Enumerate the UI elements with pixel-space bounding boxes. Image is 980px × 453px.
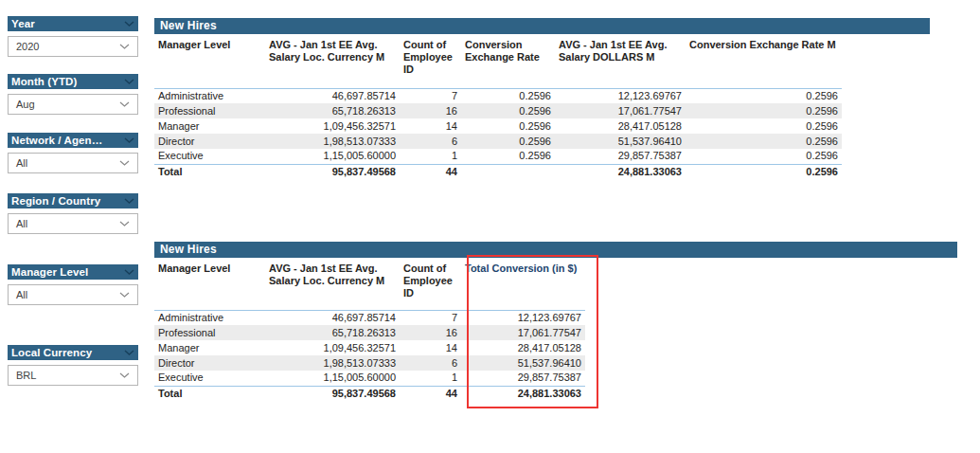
- table-cell: 12,123.69767: [555, 88, 686, 103]
- table-cell: 17,061.77547: [461, 325, 585, 340]
- table-cell: 0.2596: [686, 118, 842, 134]
- table-cell: 0.2596: [461, 118, 555, 134]
- column-header-count-employee-id[interactable]: Count of Employee ID: [400, 258, 461, 310]
- slicer-year-dropdown[interactable]: 2020: [8, 36, 138, 57]
- table-cell: Total: [154, 386, 265, 401]
- report-canvas: Year 2020 Month (YTD) Aug Network / Agen…: [0, 0, 980, 453]
- slicer-region-dropdown[interactable]: All: [8, 213, 138, 234]
- column-header-manager-level[interactable]: Manager Level: [154, 34, 265, 88]
- column-header-avg-salary-local[interactable]: AVG - Jan 1st EE Avg. Salary Loc. Curren…: [265, 258, 400, 310]
- slicer-manager-level: Manager Level All: [8, 264, 138, 280]
- table-cell: 95,837.49568: [265, 386, 400, 401]
- table-row: Administrative46,697.8571470.259612,123.…: [154, 88, 842, 103]
- column-header-total-conversion-highlighted[interactable]: Total Conversion (in $): [461, 258, 585, 310]
- column-header-conversion-exchange-rate[interactable]: Conversion Exchange Rate: [461, 34, 555, 88]
- chevron-down-icon: [119, 372, 130, 378]
- slicer-month-header[interactable]: Month (YTD): [8, 74, 138, 89]
- chevron-down-icon: [124, 198, 134, 204]
- table-cell: 29,857.75387: [555, 149, 686, 164]
- slicer-value: BRL: [16, 365, 36, 386]
- column-header-conversion-exchange-rate-m[interactable]: Conversion Exchange Rate M: [686, 34, 842, 88]
- slicer-month: Month (YTD) Aug: [8, 74, 138, 89]
- slicer-year: Year 2020: [8, 16, 138, 31]
- chevron-down-icon: [124, 269, 134, 275]
- table-cell: 0.2596: [461, 88, 555, 103]
- table-cell: 24,881.33063: [555, 164, 686, 179]
- slicer-value: All: [16, 213, 27, 234]
- new-hires-table-visual-bottom: New Hires Manager Level AVG - Jan 1st EE…: [154, 242, 957, 401]
- slicer-label: Network / Agen…: [11, 133, 102, 148]
- chevron-down-icon: [124, 350, 134, 355]
- chevron-down-icon: [119, 292, 130, 298]
- table-total-row: Total95,837.495684424,881.330630.2596: [154, 164, 842, 179]
- table-cell: 44: [400, 386, 461, 401]
- new-hires-table: Manager Level AVG - Jan 1st EE Avg. Sala…: [154, 34, 842, 179]
- chevron-down-icon: [124, 21, 134, 27]
- table-cell: 14: [400, 118, 461, 134]
- table-cell: Total: [154, 164, 265, 179]
- slicer-month-dropdown[interactable]: Aug: [8, 94, 138, 115]
- chevron-down-icon: [119, 101, 130, 107]
- table-cell: 1,15,005.60000: [265, 149, 400, 164]
- table-cell: 1,15,005.60000: [265, 371, 400, 386]
- chevron-down-icon: [124, 79, 134, 84]
- table-cell: 24,881.33063: [461, 386, 585, 401]
- slicer-year-header[interactable]: Year: [8, 16, 138, 31]
- chevron-down-icon: [124, 137, 134, 143]
- table-cell: 1: [400, 149, 461, 164]
- slicer-local-currency-dropdown[interactable]: BRL: [8, 365, 138, 386]
- table-cell: 29,857.75387: [461, 371, 585, 386]
- slicer-network-dropdown[interactable]: All: [8, 153, 138, 173]
- slicer-manager-level-dropdown[interactable]: All: [8, 284, 138, 305]
- table-cell: Manager: [154, 340, 265, 355]
- slicer-network-header[interactable]: Network / Agen…: [8, 133, 138, 148]
- table-cell: 7: [400, 310, 461, 325]
- table-row: Executive1,15,005.6000010.259629,857.753…: [154, 149, 842, 164]
- table-cell: Director: [154, 134, 265, 149]
- table-row: Professional65,718.263131617,061.77547: [154, 325, 585, 340]
- slicer-value: Aug: [16, 94, 35, 115]
- slicer-local-currency-header[interactable]: Local Currency: [8, 345, 138, 360]
- header-row: Manager Level AVG - Jan 1st EE Avg. Sala…: [154, 34, 842, 88]
- table-cell: [461, 164, 555, 179]
- table-total-row: Total95,837.495684424,881.33063: [154, 386, 585, 401]
- table-cell: Administrative: [154, 310, 265, 325]
- table-cell: 17,061.77547: [555, 103, 686, 118]
- column-header-count-employee-id[interactable]: Count of Employee ID: [400, 34, 461, 88]
- table-cell: 1,09,456.32571: [265, 118, 400, 134]
- table-row: Professional65,718.26313160.259617,061.7…: [154, 103, 842, 118]
- slicer-local-currency: Local Currency BRL: [8, 345, 138, 360]
- slicer-label: Year: [11, 16, 35, 31]
- slicer-region-header[interactable]: Region / Country: [8, 193, 138, 208]
- table-cell: 65,718.26313: [265, 103, 400, 118]
- table-cell: Director: [154, 355, 265, 371]
- table-row: Administrative46,697.85714712,123.69767: [154, 310, 585, 325]
- table-cell: 0.2596: [686, 88, 842, 103]
- table-row: Director1,98,513.07333651,537.96410: [154, 355, 585, 371]
- new-hires-table-visual-top: New Hires Manager Level AVG - Jan 1st EE…: [154, 18, 930, 179]
- table-cell: 44: [400, 164, 461, 179]
- column-header-avg-salary-local[interactable]: AVG - Jan 1st EE Avg. Salary Loc. Curren…: [265, 34, 400, 88]
- table-cell: Executive: [154, 149, 265, 164]
- table-cell: 1,09,456.32571: [265, 340, 400, 355]
- slicer-label: Manager Level: [11, 264, 88, 280]
- new-hires-table: Manager Level AVG - Jan 1st EE Avg. Sala…: [154, 258, 585, 401]
- table-cell: 0.2596: [686, 134, 842, 149]
- slicer-network-agency: Network / Agen… All: [8, 133, 138, 148]
- table-cell: 1: [400, 371, 461, 386]
- table-cell: 95,837.49568: [265, 164, 400, 179]
- table-row: Executive1,15,005.60000129,857.75387: [154, 371, 585, 386]
- slicer-manager-level-header[interactable]: Manager Level: [8, 264, 138, 280]
- table-cell: 46,697.85714: [265, 88, 400, 103]
- slicer-label: Region / Country: [11, 193, 100, 208]
- column-header-avg-salary-dollars[interactable]: AVG - Jan 1st EE Avg. Salary DOLLARS M: [555, 34, 686, 88]
- table-cell: Professional: [154, 103, 265, 118]
- column-header-manager-level[interactable]: Manager Level: [154, 258, 265, 310]
- table-cell: 6: [400, 134, 461, 149]
- table-cell: 16: [400, 325, 461, 340]
- slicer-value: 2020: [16, 36, 39, 57]
- table-cell: Administrative: [154, 88, 265, 103]
- table-cell: 46,697.85714: [265, 310, 400, 325]
- chevron-down-icon: [119, 44, 130, 49]
- table-cell: 16: [400, 103, 461, 118]
